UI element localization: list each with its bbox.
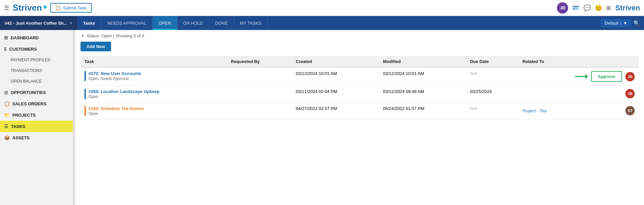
approve-button[interactable]: Approve — [591, 71, 622, 82]
chat-icon[interactable]: 💬 — [583, 4, 591, 12]
sub-header: #42 - Just Another Coffee Sh... ▼ Tasks … — [0, 16, 644, 30]
filter-status-text: Status: Open | Showing 3 of 3 — [87, 33, 144, 38]
sidebar-item-label: SALES ORDERS — [12, 101, 47, 106]
created-cell-1: 03/12/2024 10:01 AM — [292, 67, 379, 86]
tasks-icon: ☰ — [4, 124, 8, 129]
task-border-indicator: #164: Schedule Tea Demos Open — [84, 106, 223, 116]
sidebar-item-open-balance[interactable]: OPEN BALANCE — [0, 76, 73, 87]
top-header: ☰ Striven ◆ 📋 Submit Task JB 🪪 💬 😊 ⊞ Str… — [0, 0, 644, 16]
default-sort-chevron: ▼ — [623, 21, 627, 26]
col-related-to: Related To — [518, 56, 639, 67]
table-header: Task Requested By Created Modified Due D… — [80, 56, 639, 67]
due-date-cell-3: N/A — [466, 103, 518, 120]
avatar-270: JB — [625, 72, 635, 81]
sidebar-item-payment-profiles[interactable]: PAYMENT PROFILES — [0, 55, 73, 65]
sidebar-item-label: TASKS — [11, 124, 25, 129]
modified-cell-2: 03/12/2024 09:48 AM — [379, 86, 466, 103]
task-cell: #268: Location Landscape Upkeep Open — [80, 86, 227, 103]
user-avatar[interactable]: JB — [557, 2, 568, 14]
tab-open[interactable]: OPEN — [153, 16, 177, 30]
sidebar-item-projects[interactable]: 📁 PROJECTS — [0, 109, 73, 121]
sidebar-item-label: TRANSACTIONS — [11, 68, 42, 73]
striven-brand-right: Striven — [615, 4, 640, 12]
main-layout: ⊞ DASHBOARD $ CUSTOMERS PAYMENT PROFILES… — [0, 30, 644, 205]
filter-icon: ▼ — [80, 33, 85, 38]
task-cell: #270: New User Accounts Open, Needs Appr… — [80, 67, 227, 86]
related-to-cell-3: Project - Tea ST — [518, 103, 639, 120]
created-cell-3: 04/27/2022 02:57 PM — [292, 103, 379, 120]
nav-right: Default ↕ ▼ 🔍 — [601, 19, 644, 27]
projects-icon: 📁 — [4, 112, 10, 118]
col-created: Created — [292, 56, 379, 67]
hamburger-icon[interactable]: ☰ — [4, 4, 9, 12]
sidebar: ⊞ DASHBOARD $ CUSTOMERS PAYMENT PROFILES… — [0, 30, 73, 205]
submit-task-icon: 📋 — [56, 5, 61, 10]
task-link-270[interactable]: #270: New User Accounts — [88, 71, 141, 76]
task-border-indicator: #270: New User Accounts Open, Needs Appr… — [84, 71, 223, 81]
submit-task-label: Submit Task — [63, 5, 86, 10]
submit-task-button[interactable]: 📋 Submit Task — [50, 3, 92, 13]
sidebar-item-tasks[interactable]: ☰ TASKS — [0, 121, 73, 132]
sidebar-item-sales-orders[interactable]: 📋 SALES ORDERS — [0, 98, 73, 109]
task-border-indicator: #268: Location Landscape Upkeep Open — [84, 89, 223, 99]
context-title[interactable]: #42 - Just Another Coffee Sh... ▼ — [0, 16, 77, 30]
col-task: Task — [80, 56, 227, 67]
emoji-icon[interactable]: 😊 — [595, 4, 602, 12]
related-link-164[interactable]: Project - Tea — [522, 108, 547, 113]
approve-arrow: ⟶ — [574, 71, 588, 82]
tab-my-tasks[interactable]: MY TASKS — [234, 16, 267, 30]
logo-text: Striven — [13, 3, 42, 13]
default-sort-label: Default ↕ — [605, 21, 622, 26]
header-right: JB 🪪 💬 😊 ⊞ Striven — [557, 2, 640, 14]
header-left: ☰ Striven ◆ 📋 Submit Task — [4, 3, 92, 13]
sidebar-item-label: OPPORTUNITIES — [11, 90, 46, 95]
logo-diamond-icon: ◆ — [43, 4, 47, 9]
filter-bar: ▼ Status: Open | Showing 3 of 3 — [80, 33, 639, 38]
requested-by-cell-1 — [227, 67, 292, 86]
sidebar-item-opportunities[interactable]: ◎ OPPORTUNITIES — [0, 87, 73, 98]
related-to-cell-1: ⟶ Approve JB — [518, 67, 639, 86]
tab-needs-approval[interactable]: NEEDS APPROVAL — [101, 16, 153, 30]
grid-icon[interactable]: ⊞ — [606, 4, 611, 12]
context-title-text: #42 - Just Another Coffee Sh... — [5, 21, 67, 26]
table-row: #270: New User Accounts Open, Needs Appr… — [80, 67, 639, 86]
tab-done[interactable]: DONE — [209, 16, 234, 30]
logo: Striven ◆ — [13, 3, 47, 13]
due-date-cell-2: 03/25/2024 — [466, 86, 518, 103]
tab-on-hold[interactable]: ON HOLD — [177, 16, 209, 30]
search-icon[interactable]: 🔍 — [633, 20, 640, 26]
sidebar-item-dashboard[interactable]: ⊞ DASHBOARD — [0, 32, 73, 43]
task-link-164[interactable]: #164: Schedule Tea Demos — [88, 106, 144, 111]
sidebar-item-label: PAYMENT PROFILES — [11, 58, 50, 62]
opportunities-icon: ◎ — [4, 90, 8, 95]
context-chevron-icon: ▼ — [69, 21, 73, 25]
avatar-268: JB — [625, 89, 635, 98]
table-row: #268: Location Landscape Upkeep Open 03/… — [80, 86, 639, 103]
table-row: #164: Schedule Tea Demos Open 04/27/2022… — [80, 103, 639, 120]
sales-orders-icon: 📋 — [4, 101, 10, 106]
created-cell-2: 03/11/2024 02:04 PM — [292, 86, 379, 103]
sidebar-item-label: DASHBOARD — [11, 35, 39, 40]
add-new-button[interactable]: Add New — [80, 42, 111, 51]
task-cell: #164: Schedule Tea Demos Open — [80, 103, 227, 120]
task-link-268[interactable]: #268: Location Landscape Upkeep — [88, 89, 159, 94]
card-icon[interactable]: 🪪 — [572, 4, 579, 12]
assets-icon: 📦 — [4, 135, 10, 140]
approve-area: ⟶ Approve JB — [522, 71, 635, 82]
sidebar-item-label: PROJECTS — [12, 113, 36, 118]
task-status-268: Open — [88, 94, 98, 99]
avatar-164: ST — [625, 106, 635, 115]
nav-tabs: Tasks NEEDS APPROVAL OPEN ON HOLD DONE M… — [77, 16, 268, 30]
related-to-cell-2: JB — [518, 86, 639, 103]
default-sort-button[interactable]: Default ↕ ▼ — [601, 19, 631, 27]
sidebar-item-customers[interactable]: $ CUSTOMERS — [0, 43, 73, 55]
modified-cell-1: 03/12/2024 10:01 AM — [379, 67, 466, 86]
content-area: ▼ Status: Open | Showing 3 of 3 Add New … — [75, 30, 644, 205]
sidebar-item-assets[interactable]: 📦 ASSETS — [0, 132, 73, 143]
requested-by-cell-2 — [227, 86, 292, 103]
modified-cell-3: 05/24/2022 01:57 PM — [379, 103, 466, 120]
col-modified: Modified — [379, 56, 466, 67]
table-body: #270: New User Accounts Open, Needs Appr… — [80, 67, 639, 120]
sidebar-item-transactions[interactable]: TRANSACTIONS — [0, 65, 73, 76]
tab-tasks[interactable]: Tasks — [77, 16, 101, 30]
